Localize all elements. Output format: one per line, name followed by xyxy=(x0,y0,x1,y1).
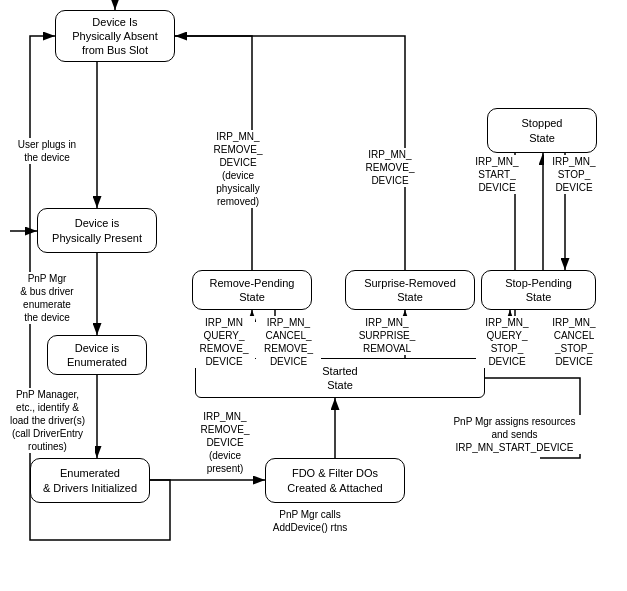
label-pnp-adddevice: PnP Mgr calls AddDevice() rtns xyxy=(250,508,370,534)
label-irp-remove-dev: IRP_MN_ REMOVE_ DEVICE xyxy=(355,148,425,187)
node-enumerated: Device is Enumerated xyxy=(47,335,147,375)
node-stop-pending: Stop-Pending State xyxy=(481,270,596,310)
label-irp-cancel-remove: IRP_MN_ CANCEL_ REMOVE_ DEVICE xyxy=(256,316,321,368)
node-remove-pending-label: Remove-Pending State xyxy=(210,276,295,305)
node-remove-pending: Remove-Pending State xyxy=(192,270,312,310)
label-plug: User plugs in the device xyxy=(2,138,92,164)
label-irp-cancel-stop: IRP_MN_ CANCEL _STOP_ DEVICE xyxy=(543,316,605,368)
state-diagram: Device Is Physically Absent from Bus Slo… xyxy=(0,0,627,591)
node-surprise-removed: Surprise-Removed State xyxy=(345,270,475,310)
label-irp-surprise: IRP_MN_ SURPRISE_ REMOVAL xyxy=(352,316,422,355)
label-irp-query-remove: IRP_MN QUERY_ REMOVE_ DEVICE xyxy=(193,316,255,368)
node-fdo: FDO & Filter DOs Created & Attached xyxy=(265,458,405,503)
label-irp-start: IRP_MN_ START_ DEVICE xyxy=(466,155,528,194)
node-stopped-label: Stopped State xyxy=(522,116,563,145)
node-enumerated-label: Device is Enumerated xyxy=(67,341,127,370)
node-surprise-removed-label: Surprise-Removed State xyxy=(364,276,456,305)
label-pnp-load: PnP Manager, etc., identify & load the d… xyxy=(0,388,95,453)
label-irp-remove-present: IRP_MN_ REMOVE_ DEVICE (device present) xyxy=(190,410,260,475)
label-irp-remove-phys: IRP_MN_ REMOVE_ DEVICE (device physicall… xyxy=(198,130,278,208)
node-absent: Device Is Physically Absent from Bus Slo… xyxy=(55,10,175,62)
label-pnp-resources: PnP Mgr assigns resources and sends IRP_… xyxy=(422,415,607,454)
label-irp-stop: IRP_MN_ STOP_ DEVICE xyxy=(544,155,604,194)
label-irp-query-stop: IRP_MN_ QUERY_ STOP_ DEVICE xyxy=(476,316,538,368)
node-drivers-label: Enumerated & Drivers Initialized xyxy=(43,466,137,495)
node-present-label: Device is Physically Present xyxy=(52,216,142,245)
node-absent-label: Device Is Physically Absent from Bus Slo… xyxy=(72,15,158,58)
node-present: Device is Physically Present xyxy=(37,208,157,253)
node-stopped: Stopped State xyxy=(487,108,597,153)
node-stop-pending-label: Stop-Pending State xyxy=(505,276,572,305)
node-drivers: Enumerated & Drivers Initialized xyxy=(30,458,150,503)
label-pnp-enum: PnP Mgr & bus driver enumerate the devic… xyxy=(2,272,92,324)
node-started-label: Started State xyxy=(322,364,357,393)
node-fdo-label: FDO & Filter DOs Created & Attached xyxy=(287,466,382,495)
